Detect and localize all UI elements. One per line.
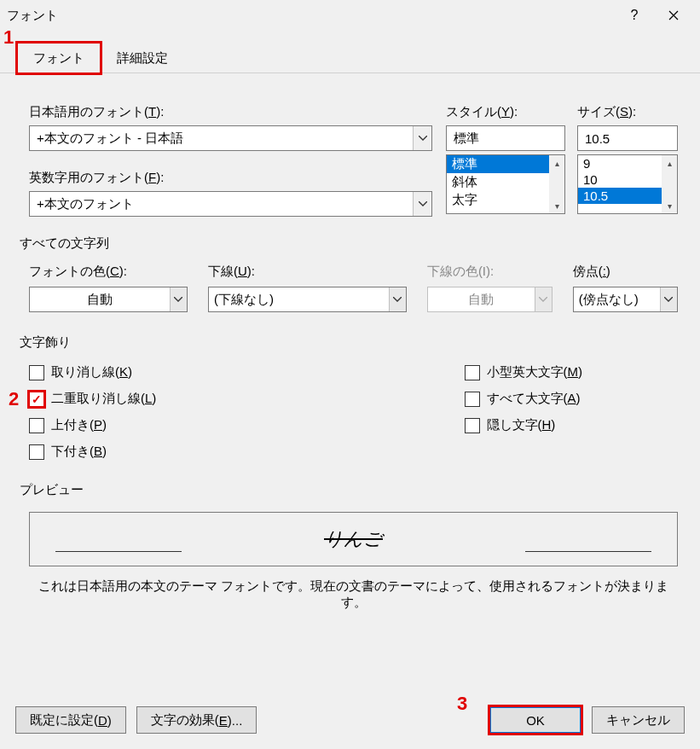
tab-font[interactable]: フォント bbox=[17, 43, 101, 73]
chevron-down-icon bbox=[535, 287, 552, 311]
strike-checkbox[interactable] bbox=[29, 365, 44, 380]
scroll-down-icon: ▾ bbox=[555, 198, 559, 213]
scrollbar[interactable]: ▴ ▾ bbox=[549, 155, 564, 213]
font-color-label: フォントの色(C): bbox=[29, 264, 188, 280]
allcaps-checkbox[interactable] bbox=[465, 392, 480, 407]
jp-font-combo[interactable]: +本文のフォント - 日本語 bbox=[29, 125, 432, 151]
tab-strip: フォント 詳細設定 bbox=[0, 43, 700, 73]
chevron-down-icon bbox=[413, 192, 431, 216]
latin-font-label: 英数字用のフォント(F): bbox=[29, 170, 432, 186]
preview-text: りんご bbox=[324, 526, 383, 552]
jp-font-value: +本文のフォント - 日本語 bbox=[30, 131, 413, 147]
window-title: フォント bbox=[7, 8, 58, 24]
set-default-button[interactable]: 既定に設定(D) bbox=[15, 706, 126, 734]
subscript-label[interactable]: 下付き(B) bbox=[51, 444, 107, 460]
size-label: サイズ(S): bbox=[577, 104, 678, 120]
style-label: スタイル(Y): bbox=[446, 104, 565, 120]
style-input[interactable]: 標準 bbox=[446, 125, 565, 151]
size-listbox[interactable]: 9 10 10.5 ▴ ▾ bbox=[577, 154, 678, 214]
cancel-button[interactable]: キャンセル bbox=[592, 706, 685, 734]
underline-select[interactable]: (下線なし) bbox=[208, 287, 407, 312]
decoration-label: 文字飾り bbox=[20, 334, 678, 351]
superscript-label[interactable]: 上付き(P) bbox=[51, 417, 107, 433]
help-button[interactable]: ? bbox=[615, 3, 654, 28]
preview-line bbox=[55, 551, 182, 552]
superscript-checkbox[interactable] bbox=[29, 418, 44, 433]
underline-color-select: 自動 bbox=[427, 287, 552, 312]
chevron-down-icon bbox=[660, 287, 677, 311]
scroll-up-icon: ▴ bbox=[668, 155, 672, 171]
chevron-down-icon bbox=[389, 287, 406, 311]
smallcaps-checkbox[interactable] bbox=[465, 365, 480, 380]
latin-font-value: +本文のフォント bbox=[30, 196, 413, 212]
latin-font-combo[interactable]: +本文のフォント bbox=[29, 191, 432, 217]
size-input[interactable]: 10.5 bbox=[577, 125, 678, 151]
preview-section: プレビュー りんご これは日本語用の本文のテーマ フォントです。現在の文書のテー… bbox=[29, 482, 678, 611]
preview-line bbox=[525, 551, 651, 552]
underline-label: 下線(U): bbox=[208, 264, 407, 280]
all-text-label: すべての文字列 bbox=[20, 235, 678, 252]
emphasis-label: 傍点(:) bbox=[573, 264, 678, 280]
tab-advanced[interactable]: 詳細設定 bbox=[101, 43, 184, 73]
list-item[interactable]: 斜体 bbox=[447, 173, 564, 191]
close-icon bbox=[668, 10, 679, 20]
close-button[interactable] bbox=[654, 3, 693, 28]
annotation-marker-2: 2 bbox=[9, 388, 19, 410]
double-strike-label[interactable]: 二重取り消し線(L) bbox=[51, 391, 156, 407]
preview-description: これは日本語用の本文のテーマ フォントです。現在の文書のテーマによって、使用され… bbox=[29, 578, 678, 611]
scrollbar[interactable]: ▴ ▾ bbox=[662, 155, 677, 213]
preview-box: りんご bbox=[29, 512, 678, 566]
underline-color-label: 下線の色(I): bbox=[427, 264, 552, 280]
chevron-down-icon bbox=[413, 126, 431, 150]
ok-button[interactable]: OK bbox=[489, 706, 581, 734]
emphasis-select[interactable]: (傍点なし) bbox=[573, 287, 678, 312]
chevron-down-icon bbox=[170, 287, 187, 311]
font-top-row: 日本語用のフォント(T): +本文のフォント - 日本語 英数字用のフォント(F… bbox=[29, 104, 678, 217]
button-row: 既定に設定(D) 文字の効果(E)... OK キャンセル bbox=[15, 706, 685, 734]
decoration-section: 文字飾り 2 取り消し線(K) 二重取り消し線(L) 上付き(P) 下 bbox=[29, 334, 678, 460]
style-listbox[interactable]: 標準 斜体 太字 ▴ ▾ bbox=[446, 154, 565, 214]
list-item[interactable]: 標準 bbox=[447, 155, 564, 173]
font-color-select[interactable]: 自動 bbox=[29, 287, 188, 312]
double-strike-checkbox[interactable] bbox=[29, 392, 44, 407]
titlebar: フォント ? bbox=[0, 0, 700, 31]
list-item[interactable]: 太字 bbox=[447, 191, 564, 209]
jp-font-label: 日本語用のフォント(T): bbox=[29, 104, 432, 120]
scroll-up-icon: ▴ bbox=[555, 155, 559, 171]
strike-label[interactable]: 取り消し線(K) bbox=[51, 364, 132, 380]
color-row: フォントの色(C): 自動 下線(U): (下線なし) 下線の色(I): 自動 … bbox=[29, 264, 678, 312]
content-area: 日本語用のフォント(T): +本文のフォント - 日本語 英数字用のフォント(F… bbox=[0, 73, 700, 619]
text-effects-button[interactable]: 文字の効果(E)... bbox=[136, 706, 257, 734]
hidden-label[interactable]: 隠し文字(H) bbox=[487, 417, 556, 433]
scroll-down-icon: ▾ bbox=[668, 198, 672, 213]
subscript-checkbox[interactable] bbox=[29, 444, 44, 460]
allcaps-label[interactable]: すべて大文字(A) bbox=[487, 391, 581, 407]
smallcaps-label[interactable]: 小型英大文字(M) bbox=[487, 364, 583, 380]
preview-label: プレビュー bbox=[20, 482, 678, 498]
hidden-checkbox[interactable] bbox=[465, 418, 480, 433]
